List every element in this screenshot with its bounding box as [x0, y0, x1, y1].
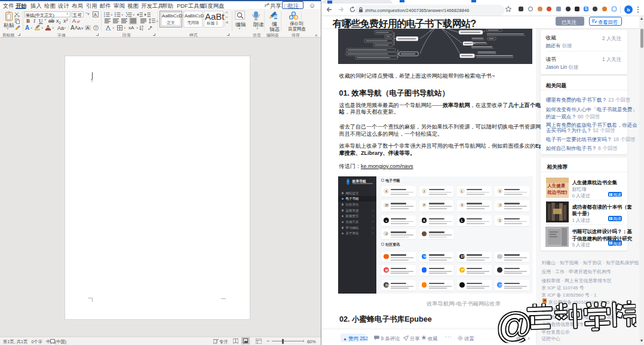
svg-text:Z: Z — [142, 28, 143, 30]
